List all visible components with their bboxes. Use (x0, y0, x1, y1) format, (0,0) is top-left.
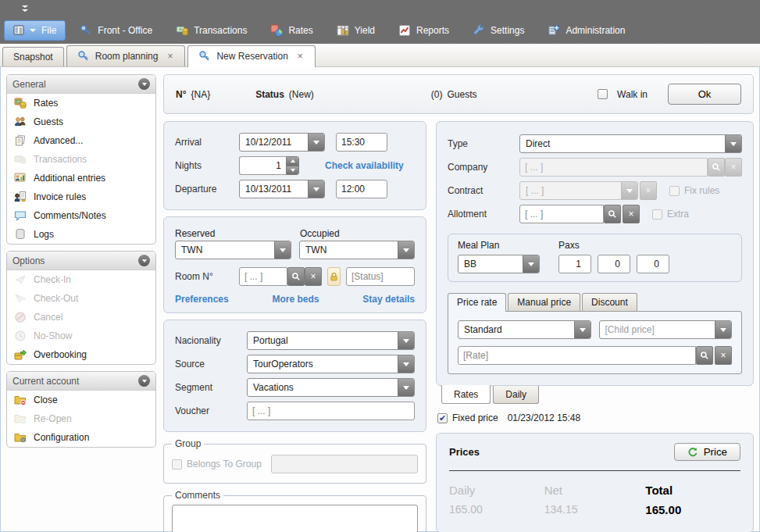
reserved-room-type-select[interactable]: TWN (175, 241, 291, 259)
collapse-section-icon[interactable] (138, 375, 150, 387)
menu-item-label: Administration (566, 25, 625, 36)
type-select[interactable]: Direct (519, 134, 742, 153)
ok-button[interactable]: Ok (668, 84, 741, 105)
pax-adults-input[interactable] (558, 255, 591, 273)
section-header-general[interactable]: General (7, 75, 155, 94)
collapse-section-icon[interactable] (138, 78, 150, 90)
menu-item-transactions[interactable]: Transactions (166, 20, 256, 41)
arrival-date-select[interactable]: 10/12/2011 (239, 133, 325, 152)
sidebar-item-invoice-rules[interactable]: Invoice rules (7, 187, 155, 206)
type-label: Type (448, 138, 519, 149)
occupied-room-type-select[interactable]: TWN (299, 241, 415, 259)
meal-plan-select[interactable]: BB (458, 255, 540, 273)
room-status-input[interactable] (346, 267, 415, 286)
sidebar-item-rates[interactable]: Rates (7, 94, 155, 112)
fixed-price-timestamp: 01/23/2012 15:48 (508, 412, 580, 423)
chevron-down-icon[interactable] (308, 180, 324, 198)
search-icon[interactable] (604, 205, 621, 223)
nights-input[interactable] (239, 156, 286, 175)
source-select[interactable]: TourOperators (247, 355, 415, 373)
sidebar-item-close[interactable]: Close (7, 391, 155, 409)
voucher-input[interactable] (247, 402, 415, 420)
arrival-time-input[interactable] (336, 133, 387, 152)
rate-type-select[interactable]: Standard (458, 320, 591, 339)
check-availability-link[interactable]: Check availability (325, 160, 404, 171)
chevron-down-icon[interactable] (398, 379, 414, 396)
nationality-select[interactable]: Portugal (247, 331, 415, 350)
tab-label: Snapshot (13, 52, 53, 62)
chevron-down-icon[interactable] (398, 355, 414, 373)
tab-room-planning[interactable]: Room planning × (66, 45, 186, 66)
tab-discount[interactable]: Discount (582, 293, 637, 311)
nights-spin-down-button[interactable] (287, 166, 298, 175)
child-price-select[interactable]: [Child price] (599, 320, 733, 339)
sidebar-item-comments-notes[interactable]: Comments/Notes (7, 206, 155, 225)
clear-icon[interactable]: × (715, 346, 732, 365)
chevron-down-icon[interactable] (398, 241, 414, 259)
sidebar-item-overbooking[interactable]: Overbooking (7, 345, 155, 364)
chevron-down-icon[interactable] (574, 321, 591, 338)
search-icon[interactable] (696, 346, 713, 365)
pax-infants-input[interactable] (637, 255, 669, 273)
menu-item-rates[interactable]: Rates (261, 20, 322, 41)
price-tabs: Price rate Manual price Discount (448, 293, 742, 311)
nights-stepper[interactable] (239, 156, 299, 175)
rate-input[interactable] (458, 346, 696, 365)
type-value: Direct (520, 135, 725, 152)
chevron-down-icon[interactable] (274, 241, 291, 259)
collapse-ribbon-icon[interactable] (20, 4, 30, 13)
walk-in-checkbox[interactable] (598, 89, 608, 99)
tab-snapshot[interactable]: Snapshot (2, 47, 64, 66)
sidebar-item-logs[interactable]: Logs (7, 225, 155, 244)
key-icon (80, 24, 92, 37)
departure-date-select[interactable]: 10/13/2011 (239, 180, 325, 198)
lock-icon[interactable] (327, 267, 341, 286)
menu-item-settings[interactable]: Settings (463, 20, 533, 41)
sidebar-item-configuration[interactable]: Configuration (7, 428, 155, 447)
clear-icon[interactable]: × (623, 205, 640, 223)
more-beds-link[interactable]: More beds (273, 294, 319, 305)
fixed-price-checkbox[interactable] (437, 413, 448, 423)
menu-item-administration[interactable]: Administration (538, 20, 634, 41)
sidebar-item-additional-entries[interactable]: Additional entries (7, 169, 155, 187)
comments-textarea[interactable] (172, 505, 418, 532)
paxs-label: Paxs (558, 240, 580, 251)
room-number-label: Room N° (175, 271, 239, 282)
section-header-current-account[interactable]: Current account (7, 372, 155, 391)
allotment-input[interactable] (519, 205, 604, 223)
file-icon (13, 24, 26, 37)
chevron-down-icon[interactable] (398, 332, 414, 349)
preferences-link[interactable]: Preferences (175, 294, 229, 305)
tab-daily[interactable]: Daily (493, 386, 539, 404)
pax-children-input[interactable] (598, 255, 630, 273)
chevron-down-icon[interactable] (725, 135, 741, 152)
tab-label: Room planning (95, 51, 159, 62)
tab-manual-price[interactable]: Manual price (508, 293, 580, 311)
nights-spin-up-button[interactable] (287, 157, 298, 166)
menu-item-front-office[interactable]: Front - Office (70, 20, 162, 41)
sidebar-item-advanced[interactable]: Advanced... (7, 131, 155, 150)
stay-details-link[interactable]: Stay details (362, 294, 415, 305)
menu-item-yield[interactable]: Yield (327, 20, 384, 41)
departure-time-input[interactable] (336, 180, 387, 198)
search-icon[interactable] (287, 267, 305, 286)
chevron-down-icon[interactable] (523, 255, 539, 273)
departure-date-value: 10/13/2011 (240, 180, 308, 198)
collapse-section-icon[interactable] (138, 255, 150, 266)
chevron-down-icon[interactable] (715, 321, 731, 338)
tab-new-reservation[interactable]: New Reservation × (187, 45, 315, 67)
section-header-options[interactable]: Options (7, 252, 155, 270)
room-number-input[interactable] (239, 267, 287, 286)
menu-item-file[interactable]: File (4, 20, 66, 41)
menu-item-reports[interactable]: Reports (389, 20, 458, 41)
tab-close-icon[interactable]: × (296, 51, 305, 62)
sidebar-item-guests[interactable]: Guests (7, 112, 155, 131)
tab-price-rate[interactable]: Price rate (448, 293, 506, 312)
segment-select[interactable]: Vacations (247, 378, 415, 397)
tab-rates[interactable]: Rates (441, 385, 491, 404)
clear-icon[interactable]: × (305, 267, 322, 286)
chevron-down-icon[interactable] (308, 134, 324, 151)
price-refresh-button[interactable]: Price (674, 443, 740, 461)
sidebar-item-label: Rates (34, 98, 58, 109)
tab-close-icon[interactable]: × (166, 51, 174, 62)
